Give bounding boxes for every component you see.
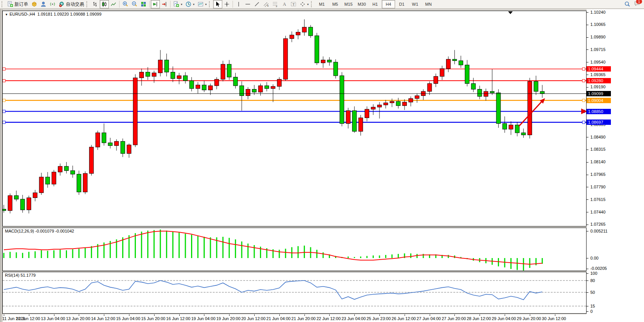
macd-signal-line xyxy=(4,231,542,264)
candle-body xyxy=(427,84,432,92)
price-axis-tick xyxy=(587,281,588,281)
price-axis[interactable]: 1.102401.100651.098901.097151.095401.093… xyxy=(587,9,644,322)
auto-scroll-button[interactable] xyxy=(151,0,160,8)
notifications-button[interactable]: 1 xyxy=(634,0,640,8)
macd-axis-label: 0.005211 xyxy=(590,229,607,233)
notification-count-badge: 1 xyxy=(636,0,642,4)
rsi-axis-label: 100 xyxy=(590,271,597,276)
market-watch-button[interactable] xyxy=(30,0,39,8)
annotation-price-marker[interactable] xyxy=(581,108,587,114)
auto-trading-button[interactable]: 自动交易 xyxy=(57,0,86,8)
timeframe-mn-button[interactable]: MN xyxy=(422,0,435,8)
price-axis-tick xyxy=(587,137,588,137)
toolbar-separator xyxy=(233,1,233,8)
toolbar-drag-handle[interactable] xyxy=(86,1,89,7)
rsi-panel[interactable] xyxy=(2,272,587,314)
price-axis-tick xyxy=(587,273,588,274)
price-chart-panel[interactable] xyxy=(2,11,587,226)
toolbar-drag-handle[interactable] xyxy=(209,1,212,7)
candle-body xyxy=(64,166,69,171)
channel-tool-button[interactable]: E xyxy=(261,0,271,8)
text-label-tool-button[interactable]: T xyxy=(289,0,298,8)
line-handle[interactable] xyxy=(582,99,585,102)
toolbar-separator xyxy=(149,1,150,8)
toolbar-drag-handle[interactable] xyxy=(2,1,4,7)
line-handle[interactable] xyxy=(582,121,585,124)
toolbar-right: 1 xyxy=(623,0,643,8)
candle-body xyxy=(371,107,375,109)
text-tool-button[interactable]: A xyxy=(280,0,289,8)
timeframe-m30-button[interactable]: M30 xyxy=(355,0,368,8)
candle-body xyxy=(446,59,450,69)
periods-button[interactable]: ▾ xyxy=(184,0,196,8)
trendline-tool-button[interactable] xyxy=(252,0,261,8)
chart-shift-button[interactable] xyxy=(160,0,169,8)
price-tick-label: 1.07265 xyxy=(590,222,606,226)
trendline-icon xyxy=(254,1,260,7)
macd-panel[interactable] xyxy=(2,228,587,271)
price-axis-tick xyxy=(587,12,588,13)
timeframe-m15-button[interactable]: M15 xyxy=(342,0,355,8)
time-tick xyxy=(79,314,79,316)
chart-expand-icon[interactable]: ▼ xyxy=(5,13,8,16)
chart-window: ▼EURUSD-,H4 1.09181 1.09220 1.09088 1.09… xyxy=(0,9,644,322)
toolbar-separator xyxy=(170,1,171,8)
macd-axis-label: -0.00205 xyxy=(590,266,607,271)
line-handle[interactable] xyxy=(3,110,5,113)
template-icon xyxy=(198,1,204,7)
candle-body xyxy=(221,64,225,79)
price-badge-1.09004: 1.09004 xyxy=(587,98,611,103)
macd-label: MACD(12,26,9) -0.001079 -0.001042 xyxy=(5,229,74,233)
candle-body xyxy=(271,86,275,89)
zoom-out-button[interactable] xyxy=(130,0,139,8)
price-axis-tick xyxy=(587,150,588,150)
cursor-icon xyxy=(215,1,221,7)
candle-body xyxy=(246,89,250,96)
fibonacci-tool-button[interactable]: F xyxy=(271,0,280,8)
auto-trading-icon xyxy=(59,1,65,7)
timeframe-d1-button[interactable]: D1 xyxy=(395,0,408,8)
navigator-button[interactable] xyxy=(39,0,48,8)
line-handle[interactable] xyxy=(3,68,5,70)
scroll-position-marker[interactable] xyxy=(508,11,513,14)
bar-chart-mode-button[interactable] xyxy=(91,0,100,8)
zoom-in-button[interactable] xyxy=(121,0,130,8)
horizontal-line-tool-button[interactable] xyxy=(243,0,252,8)
arrows-icon xyxy=(300,1,306,7)
candle-body xyxy=(102,133,106,143)
toolbar-separator xyxy=(119,1,120,8)
toolbar-drag-handle[interactable] xyxy=(311,1,314,7)
arrows-tool-button[interactable]: ▾ xyxy=(298,0,310,8)
timeframe-h1-button[interactable]: H1 xyxy=(368,0,382,8)
price-axis-tick xyxy=(587,225,588,225)
signals-button[interactable] xyxy=(48,0,57,8)
line-chart-mode-button[interactable] xyxy=(109,0,118,8)
crosshair-tool-button[interactable] xyxy=(222,0,231,8)
line-handle[interactable] xyxy=(3,121,5,124)
line-handle[interactable] xyxy=(3,80,5,82)
candle-body xyxy=(252,89,257,92)
time-axis[interactable]: 11 Jun 202312 Jun 12:0013 Jun 04:0013 Ju… xyxy=(2,314,587,322)
candlestick-mode-button[interactable] xyxy=(100,0,109,8)
time-label: 30 Jun 12:00 xyxy=(542,316,566,321)
timeframe-h4-button[interactable]: H4 xyxy=(382,0,395,8)
line-handle[interactable] xyxy=(582,80,585,82)
price-axis-tick xyxy=(587,162,588,163)
price-tick-label: 1.09365 xyxy=(590,72,606,77)
line-handle[interactable] xyxy=(3,99,5,102)
indicators-button[interactable]: ▾ xyxy=(172,0,184,8)
new-order-button[interactable]: 新订单 xyxy=(6,0,30,8)
time-tick xyxy=(129,314,129,316)
candle-body xyxy=(490,91,494,93)
cursor-tool-button[interactable] xyxy=(213,0,222,8)
templates-button[interactable]: ▾ xyxy=(196,0,208,8)
search-button[interactable] xyxy=(623,0,632,8)
auto-trading-label: 自动交易 xyxy=(66,1,84,8)
time-tick xyxy=(179,314,180,316)
timeframe-m5-button[interactable]: M5 xyxy=(328,0,342,8)
line-handle[interactable] xyxy=(582,68,585,70)
vertical-line-tool-button[interactable] xyxy=(234,0,243,8)
timeframe-m1-button[interactable]: M1 xyxy=(315,0,328,8)
timeframe-w1-button[interactable]: W1 xyxy=(408,0,422,8)
tile-windows-button[interactable] xyxy=(139,0,148,8)
